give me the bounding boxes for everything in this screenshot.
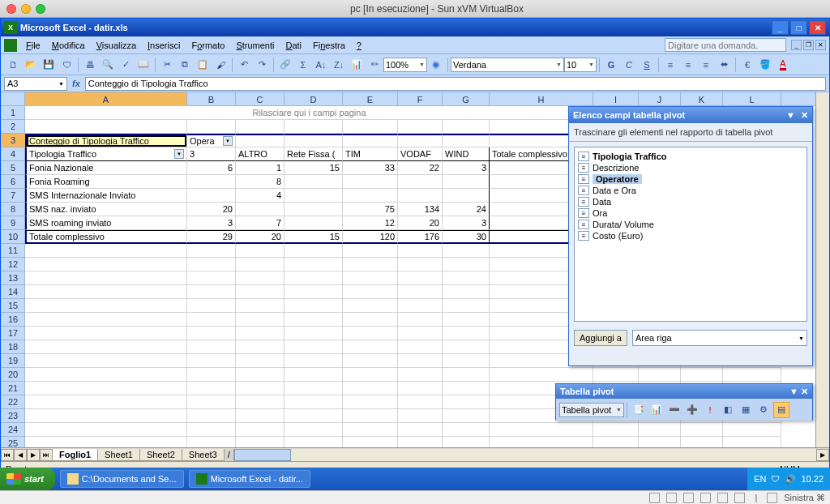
cell[interactable]: [187, 382, 236, 395]
pivot-cell[interactable]: 3: [443, 216, 490, 230]
pivot-toolbar-titlebar[interactable]: Tabella pivot ▼ ✕: [556, 384, 812, 399]
pivot-include-hidden-icon[interactable]: ◧: [720, 402, 736, 418]
cell[interactable]: [187, 409, 236, 423]
pivot-cell[interactable]: [443, 189, 490, 203]
cell[interactable]: [25, 271, 187, 285]
pivot-cell[interactable]: [398, 189, 443, 203]
save-icon[interactable]: 💾: [41, 57, 57, 73]
cell[interactable]: [236, 299, 285, 313]
mac-max[interactable]: [36, 4, 45, 14]
pivot-row-field[interactable]: Tipologia Traffico▼: [25, 147, 187, 161]
pivot-total[interactable]: 30: [443, 230, 490, 244]
row-header-5[interactable]: 5: [1, 161, 25, 175]
hscroll-right[interactable]: ▶: [816, 449, 829, 461]
pivot-chart-icon[interactable]: 📊: [648, 402, 665, 418]
win-close[interactable]: ✕: [809, 20, 826, 35]
row-header-1[interactable]: 1: [1, 106, 25, 120]
cell[interactable]: [343, 244, 398, 258]
cell[interactable]: [343, 382, 398, 395]
cell[interactable]: [639, 423, 681, 437]
sheet-nav-next[interactable]: ▶: [27, 449, 40, 461]
cell[interactable]: [285, 134, 343, 147]
pivot-cell[interactable]: 12: [343, 216, 398, 230]
copy-icon[interactable]: ⧉: [177, 57, 193, 73]
cell[interactable]: [285, 354, 343, 368]
zoom-combo[interactable]: 100%▼: [383, 58, 427, 72]
row-header-25[interactable]: 25: [1, 437, 25, 447]
cell[interactable]: [723, 368, 781, 382]
col-header-K[interactable]: K: [681, 92, 723, 106]
col-header-F[interactable]: F: [398, 92, 443, 106]
pivot-total[interactable]: 120: [343, 230, 398, 244]
pivot-row-label[interactable]: SMS roaming inviato: [25, 216, 187, 230]
pivot-cell[interactable]: 8: [236, 175, 285, 189]
cell[interactable]: [236, 354, 285, 368]
cell[interactable]: [723, 423, 781, 437]
field-list-item[interactable]: ≡Data: [576, 196, 805, 207]
workbook-icon[interactable]: [4, 39, 17, 52]
pivot-row-label[interactable]: Fonia Roaming: [25, 175, 187, 189]
pivot-cell[interactable]: 22: [398, 161, 443, 175]
name-box[interactable]: A3▼: [4, 77, 67, 91]
font-size-combo[interactable]: 10▼: [564, 58, 597, 72]
cell[interactable]: [187, 423, 236, 437]
cell[interactable]: [443, 134, 490, 147]
cell[interactable]: [398, 340, 443, 354]
cell[interactable]: [285, 271, 343, 285]
tray-clock[interactable]: 10.22: [801, 474, 824, 484]
pivot-total-label[interactable]: Totale complessivo: [25, 230, 187, 244]
cell[interactable]: [343, 258, 398, 271]
cell[interactable]: [236, 368, 285, 382]
mac-min[interactable]: [21, 4, 31, 14]
cell[interactable]: [398, 382, 443, 395]
row-header-7[interactable]: 7: [1, 189, 25, 203]
align-left-icon[interactable]: ≡: [662, 57, 678, 73]
pivot-cell[interactable]: [285, 175, 343, 189]
row-header-19[interactable]: 19: [1, 354, 25, 368]
cell[interactable]: [236, 382, 285, 395]
field-list-item[interactable]: ≡Data e Ora: [576, 185, 805, 196]
row-header-12[interactable]: 12: [1, 258, 25, 271]
cell[interactable]: [490, 368, 593, 382]
cell[interactable]: [398, 409, 443, 423]
cell[interactable]: [285, 423, 343, 437]
row-header-13[interactable]: 13: [1, 271, 25, 285]
sheet-nav-prev[interactable]: ◀: [14, 449, 27, 461]
pivot-show-detail-icon[interactable]: ➕: [684, 402, 700, 418]
cell[interactable]: [343, 437, 398, 447]
cell[interactable]: [187, 354, 236, 368]
cell[interactable]: [443, 313, 490, 327]
cell[interactable]: [443, 354, 490, 368]
cell[interactable]: [25, 340, 187, 354]
pivot-row-label[interactable]: SMS Internazionale Inviato: [25, 189, 187, 203]
row-header-24[interactable]: 24: [1, 423, 25, 437]
cell[interactable]: [187, 244, 236, 258]
tray-icon[interactable]: 🛡: [771, 474, 780, 484]
vb-hd-icon[interactable]: [649, 493, 660, 503]
cell[interactable]: [443, 327, 490, 340]
pivot-toolbar-menu[interactable]: Tabella pivot▼: [559, 403, 624, 417]
field-list-dropdown-icon[interactable]: ▼: [786, 110, 795, 120]
pivot-row-label[interactable]: Fonia Nazionale: [25, 161, 187, 175]
align-right-icon[interactable]: ≡: [698, 57, 714, 73]
sheet-tab-sheet3[interactable]: Sheet3: [182, 449, 225, 461]
pagefields-dropzone[interactable]: Rilasciare qui i campi pagina: [25, 106, 593, 120]
row-header-2[interactable]: 2: [1, 120, 25, 134]
field-list-item[interactable]: ≡Costo (Euro): [576, 230, 805, 241]
pivot-cell[interactable]: 3: [443, 161, 490, 175]
sheet-tab-sheet1[interactable]: Sheet1: [97, 449, 140, 461]
field-list-item[interactable]: ≡Descrizione: [576, 162, 805, 173]
pivot-cell[interactable]: [187, 189, 236, 203]
cell[interactable]: [285, 382, 343, 395]
cell[interactable]: [285, 409, 343, 423]
col-label[interactable]: 3: [187, 147, 236, 161]
cell[interactable]: [343, 313, 398, 327]
select-all-corner[interactable]: [1, 92, 25, 106]
col-header-L[interactable]: L: [723, 92, 781, 106]
cell[interactable]: [443, 437, 490, 447]
win-maximize[interactable]: □: [790, 20, 807, 35]
pivot-cell[interactable]: 1: [236, 161, 285, 175]
cell[interactable]: [343, 423, 398, 437]
cell[interactable]: [285, 313, 343, 327]
cell[interactable]: [25, 299, 187, 313]
